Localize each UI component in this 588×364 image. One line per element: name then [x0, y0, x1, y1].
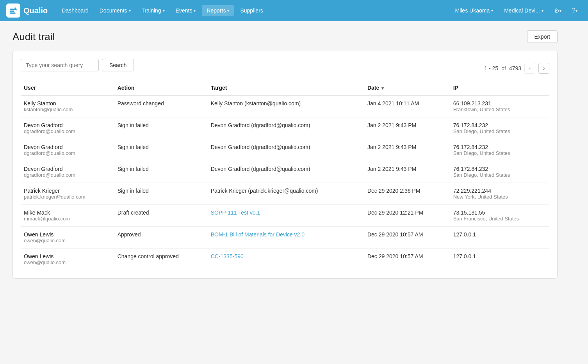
logo[interactable]: Qualio	[6, 4, 48, 18]
user-name: Devon Gradford	[24, 144, 111, 150]
cell-ip: 127.0.0.1	[450, 249, 549, 270]
chevron-down-icon: ▾	[129, 9, 131, 13]
user-email: kstanton@qualio.com	[24, 107, 111, 112]
cell-date: Dec 29 2020 10:57 AM	[364, 227, 450, 249]
target-text: Devon Gradford (dgradford@qualio.com)	[211, 166, 310, 172]
action-text: Draft created	[118, 210, 149, 216]
table-row: Patrick Kriegerpatrick.krieger@qualio.co…	[21, 183, 549, 205]
cell-date: Dec 29 2020 2:36 PM	[364, 183, 450, 205]
page-range: 1 - 25	[484, 65, 498, 71]
navbar-right: Miles Ukaoma ▾ Medical Devi... ▾ ⚙ ▾ ? ▾	[451, 4, 582, 18]
user-email: dgradford@qualio.com	[24, 128, 111, 134]
target-text: Kelly Stanton (kstanton@qualio.com)	[211, 100, 301, 107]
nav-item-training[interactable]: Training ▾	[137, 5, 169, 16]
table-row: Kelly Stantonkstanton@qualio.comPassword…	[21, 95, 549, 117]
cell-user: Mike Mackmmack@qualio.com	[21, 205, 114, 227]
svg-rect-1	[10, 11, 14, 12]
cell-user: Devon Gradforddgradford@qualio.com	[21, 161, 114, 183]
cell-target: Patrick Krieger (patrick.krieger@qualio.…	[208, 183, 364, 205]
cell-ip: 73.15.131.55San Francisco, United States	[450, 205, 549, 227]
cell-ip: 127.0.0.1	[450, 227, 549, 249]
cell-target: Devon Gradford (dgradford@qualio.com)	[208, 161, 364, 183]
company-menu[interactable]: Medical Devi... ▾	[500, 5, 547, 16]
cell-action: Sign in failed	[114, 117, 208, 139]
user-menu[interactable]: Miles Ukaoma ▾	[451, 5, 497, 16]
user-name: Devon Gradford	[24, 122, 111, 128]
nav-item-reports[interactable]: Reports ▾	[202, 5, 234, 16]
help-icon: ?	[572, 7, 576, 14]
cell-date: Jan 2 2021 9:43 PM	[364, 117, 450, 139]
column-user: User	[21, 81, 114, 95]
cell-action: Sign in failed	[114, 183, 208, 205]
next-page-button[interactable]: ›	[538, 63, 549, 74]
cell-user: Owen Lewisowen@qualio.com	[21, 227, 114, 249]
chevron-down-icon: ▾	[542, 9, 543, 13]
user-name: Devon Gradford	[24, 166, 111, 172]
gear-icon: ⚙	[554, 7, 559, 14]
action-text: Sign in failed	[118, 144, 149, 150]
page-header: Audit trail Export	[12, 30, 558, 43]
nav-item-dashboard[interactable]: Dashboard	[57, 5, 93, 16]
export-button[interactable]: Export	[527, 30, 558, 43]
cell-ip: 76.172.84.232San Diego, United States	[450, 139, 549, 161]
audit-table: User Action Target Date ▾ IP Kelly Stant…	[21, 81, 549, 270]
cell-user: Patrick Kriegerpatrick.krieger@qualio.co…	[21, 183, 114, 205]
cell-action: Draft created	[114, 205, 208, 227]
chevron-down-icon: ▾	[576, 9, 577, 13]
date-text: Jan 2 2021 9:43 PM	[367, 144, 416, 150]
search-button[interactable]: Search	[102, 59, 134, 71]
help-button[interactable]: ? ▾	[568, 4, 582, 18]
page-title: Audit trail	[12, 31, 55, 43]
nav-item-events[interactable]: Events ▾	[171, 5, 201, 16]
table-row: Devon Gradforddgradford@qualio.comSign i…	[21, 139, 549, 161]
column-action: Action	[114, 81, 208, 95]
target-text: Devon Gradford (dgradford@qualio.com)	[211, 122, 310, 128]
table-row: Mike Mackmmack@qualio.comDraft createdSO…	[21, 205, 549, 227]
cell-target: Devon Gradford (dgradford@qualio.com)	[208, 139, 364, 161]
cell-target: BOM-1 Bill of Materials for Device v2.0	[208, 227, 364, 249]
column-target: Target	[208, 81, 364, 95]
ip-location: San Diego, United States	[453, 128, 546, 134]
table-row: Devon Gradforddgradford@qualio.comSign i…	[21, 161, 549, 183]
user-email: owen@qualio.com	[24, 238, 111, 243]
action-text: Sign in failed	[118, 122, 149, 128]
user-name: Owen Lewis	[24, 253, 111, 259]
action-text: Change control approved	[118, 253, 179, 259]
target-link[interactable]: BOM-1 Bill of Materials for Device v2.0	[211, 231, 305, 238]
ip-address: 127.0.0.1	[453, 231, 476, 238]
ip-address: 76.172.84.232	[453, 144, 488, 150]
logo-icon	[6, 4, 20, 18]
date-text: Dec 29 2020 10:57 AM	[367, 253, 423, 259]
cell-target: Devon Gradford (dgradford@qualio.com)	[208, 117, 364, 139]
user-email: mmack@qualio.com	[24, 216, 111, 222]
settings-button[interactable]: ⚙ ▾	[551, 4, 565, 18]
user-name: Owen Lewis	[24, 231, 111, 238]
target-link[interactable]: CC-1335-590	[211, 253, 244, 259]
user-email: owen@qualio.com	[24, 259, 111, 265]
pagination-of: of	[501, 65, 506, 71]
user-email: dgradford@qualio.com	[24, 150, 111, 156]
search-input[interactable]	[21, 59, 99, 71]
cell-date: Jan 2 2021 9:43 PM	[364, 161, 450, 183]
cell-ip: 76.172.84.232San Diego, United States	[450, 117, 549, 139]
prev-page-button[interactable]: ‹	[524, 63, 535, 74]
cell-ip: 76.172.84.232San Diego, United States	[450, 161, 549, 183]
ip-location: San Diego, United States	[453, 150, 546, 156]
chevron-down-icon: ▾	[194, 9, 196, 13]
navbar: Qualio Dashboard Documents ▾ Training ▾ …	[0, 0, 588, 21]
nav-item-suppliers[interactable]: Suppliers	[235, 5, 267, 16]
target-link[interactable]: SOPP-111 Test v0.1	[211, 210, 260, 216]
column-ip: IP	[450, 81, 549, 95]
svg-rect-2	[10, 12, 16, 14]
action-text: Approved	[118, 231, 141, 238]
cell-user: Kelly Stantonkstanton@qualio.com	[21, 95, 114, 117]
audit-trail-card: Search 1 - 25 of 4793 ‹ › User Action	[12, 51, 558, 279]
column-date[interactable]: Date ▾	[364, 81, 450, 95]
date-text: Jan 4 2021 10:11 AM	[367, 100, 419, 107]
ip-address: 72.229.221.244	[453, 188, 491, 194]
user-name: Patrick Krieger	[24, 188, 111, 194]
nav-item-documents[interactable]: Documents ▾	[95, 5, 135, 16]
cell-user: Devon Gradforddgradford@qualio.com	[21, 117, 114, 139]
logo-text: Qualio	[23, 6, 48, 15]
cell-target: Kelly Stanton (kstanton@qualio.com)	[208, 95, 364, 117]
